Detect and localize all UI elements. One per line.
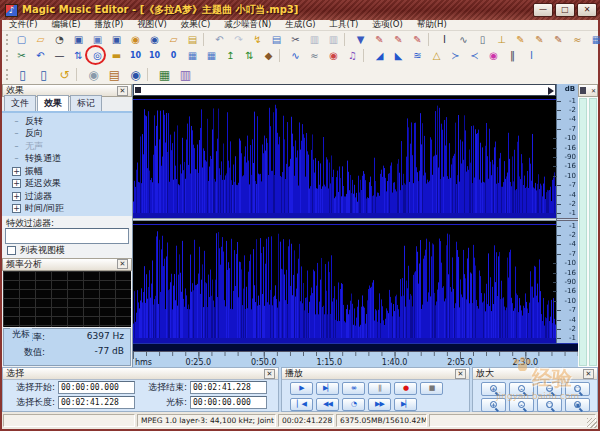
minimize-button[interactable]: — xyxy=(533,3,553,17)
menu-item-10[interactable]: 帮助(H) xyxy=(410,19,454,31)
recent-files-icon[interactable]: ◔ xyxy=(51,32,68,47)
cd-ripper-icon[interactable]: ◉ xyxy=(84,66,103,83)
new-file-icon[interactable]: ▢ xyxy=(13,32,30,47)
effect-item-反向[interactable]: –反向 xyxy=(2,128,132,141)
bracket-select-icon[interactable]: ▯ xyxy=(474,32,491,47)
effect-item-转换通道[interactable]: –转换通道 xyxy=(2,153,132,166)
effect-item-延迟效果[interactable]: +延迟效果 xyxy=(2,178,132,191)
menu-item-1[interactable]: 文件(F) xyxy=(2,19,45,31)
paste-icon[interactable]: ▥ xyxy=(306,32,323,47)
expand-plus-icon[interactable]: + xyxy=(12,204,21,213)
line-out-device-icon[interactable]: ▯ xyxy=(34,66,53,83)
edit-pen-3-icon[interactable]: ✎ xyxy=(409,32,426,47)
smooth-tool-icon[interactable]: ≈ xyxy=(569,32,586,47)
zoom-panel-close-icon[interactable]: ✕ xyxy=(583,369,594,379)
effect-filter-input[interactable] xyxy=(5,228,129,244)
mix-merge-icon[interactable]: ≻ xyxy=(447,48,464,63)
waveform-overview-bar[interactable] xyxy=(133,84,556,96)
effects-panel-close-icon[interactable]: ✕ xyxy=(117,86,128,96)
overview-left-handle-icon[interactable] xyxy=(135,87,141,93)
play-timer-button[interactable]: ◔ xyxy=(342,398,365,411)
tab-文件[interactable]: 文件 xyxy=(4,95,36,111)
draw-tool-1-icon[interactable]: ✎ xyxy=(512,32,529,47)
snap-edges-icon[interactable]: ∿ xyxy=(455,32,472,47)
redo-icon[interactable]: ↷ xyxy=(230,32,247,47)
window-tile-2-icon[interactable]: ▦ xyxy=(203,48,220,63)
restore-button[interactable]: □ xyxy=(555,3,575,17)
open-folder-icon[interactable]: ▱ xyxy=(165,32,182,47)
zoom-reset-button[interactable]: ▣ xyxy=(565,398,590,412)
go-start-button[interactable]: ▏◀ xyxy=(290,398,313,411)
dial-phone-icon[interactable]: ↺ xyxy=(55,66,74,83)
copy-icon[interactable]: ▤ xyxy=(268,32,285,47)
select-ibeam-icon[interactable]: Ι xyxy=(436,32,453,47)
time-ruler[interactable]: hms 0:25.00:50.01:15.01:40.02:05.02:30.0 xyxy=(133,351,578,367)
toolbar-grip[interactable] xyxy=(6,50,11,61)
undo-edit-icon[interactable]: ↶ xyxy=(32,48,49,63)
effect-item-过滤器[interactable]: +过滤器 xyxy=(2,190,132,203)
loop-region-icon[interactable]: ∿ xyxy=(287,48,304,63)
go-end-button[interactable]: ▶▏ xyxy=(394,398,417,411)
fade-out-icon[interactable]: ◣ xyxy=(390,48,407,63)
save-icon[interactable]: ▣ xyxy=(70,32,87,47)
list-view-checkbox[interactable] xyxy=(7,246,16,255)
save-as-icon[interactable]: ▣ xyxy=(108,32,125,47)
rewind-button[interactable]: ◀◀ xyxy=(316,398,339,411)
edit-pen-1-icon[interactable]: ✎ xyxy=(371,32,388,47)
zoom-selection-button[interactable]: ▭ xyxy=(537,382,562,396)
loop-play-button[interactable]: ∞ xyxy=(342,382,365,395)
crossfade-icon[interactable]: ≋ xyxy=(409,48,426,63)
levels-meter-icon[interactable]: ‖ xyxy=(504,48,521,63)
zoom-out-vertical-button[interactable]: - xyxy=(509,398,534,412)
tab-标记[interactable]: 标记 xyxy=(70,95,102,111)
playlist-notes-icon[interactable]: ♫ xyxy=(344,48,361,63)
web-link-icon[interactable]: ◉ xyxy=(126,66,145,83)
toolbar-grip[interactable] xyxy=(6,34,11,45)
menu-item-7[interactable]: 生成(G) xyxy=(278,19,322,31)
marker-drop-icon[interactable]: ▼ xyxy=(352,32,369,47)
frequency-panel-close-icon[interactable]: ✕ xyxy=(117,259,128,269)
record-stream-icon[interactable]: ◉ xyxy=(325,48,342,63)
selection-field-input[interactable]: 00:02:41.228 xyxy=(58,396,135,409)
overview-right-arrow-icon[interactable] xyxy=(548,87,554,95)
effect-item-反转[interactable]: –反转 xyxy=(2,115,132,128)
tab-效果[interactable]: 效果 xyxy=(37,95,69,111)
selection-panel-close-icon[interactable]: ✕ xyxy=(264,369,275,379)
zoom-in-horizontal-button[interactable]: + xyxy=(481,382,506,396)
menu-item-2[interactable]: 编辑(E) xyxy=(45,19,88,31)
record-button[interactable]: ● xyxy=(394,382,417,395)
selection-field-input[interactable]: 00:00:00.000 xyxy=(58,381,135,394)
play-view-button[interactable]: ▶▏ xyxy=(316,382,339,395)
paste-new-icon[interactable]: ▥ xyxy=(325,32,342,47)
menu-item-8[interactable]: 工具(T) xyxy=(323,19,366,31)
stop-button[interactable]: ■ xyxy=(420,382,443,395)
draw-tool-2-icon[interactable]: ✎ xyxy=(531,32,548,47)
edit-pen-2-icon[interactable]: ✎ xyxy=(390,32,407,47)
zoom-out-horizontal-button[interactable]: - xyxy=(509,382,534,396)
forward-button[interactable]: ▶▶ xyxy=(368,398,391,411)
expand-plus-icon[interactable]: + xyxy=(12,167,21,176)
resize-grip[interactable] xyxy=(587,418,597,428)
time-stretch-icon[interactable]: Ι xyxy=(523,48,540,63)
cue-marker-icon[interactable]: ◎ xyxy=(89,48,106,63)
menu-item-9[interactable]: 选项(O) xyxy=(365,19,409,31)
menu-item-5[interactable]: 效果(C) xyxy=(174,19,218,31)
selection-field-input[interactable]: 00:02:41.228 xyxy=(190,381,267,394)
zoom-10s-icon[interactable]: 10 xyxy=(127,48,144,63)
trim-tool-icon[interactable]: ✂ xyxy=(13,48,30,63)
close-button[interactable]: ✕ xyxy=(577,3,597,17)
history-list-icon[interactable]: ↯ xyxy=(249,32,266,47)
equalizer-icon[interactable]: ◉ xyxy=(485,48,502,63)
mix-split-icon[interactable]: ≺ xyxy=(466,48,483,63)
level-meter-close-icon[interactable]: ✕ xyxy=(591,87,596,94)
menu-item-4[interactable]: 视图(V) xyxy=(130,19,173,31)
draw-tool-3-icon[interactable]: ✎ xyxy=(550,32,567,47)
zoom-full-button[interactable]: □ xyxy=(565,382,590,396)
waveform-canvas[interactable] xyxy=(133,96,556,343)
block-edit-1-icon[interactable]: ▦ xyxy=(588,32,600,47)
pause-button[interactable]: || xyxy=(368,382,391,395)
envelope-tool-icon[interactable]: △ xyxy=(428,48,445,63)
open-file-icon[interactable]: ▱ xyxy=(32,32,49,47)
playback-panel-close-icon[interactable]: ✕ xyxy=(455,369,466,379)
window-tile-1-icon[interactable]: ▦ xyxy=(184,48,201,63)
